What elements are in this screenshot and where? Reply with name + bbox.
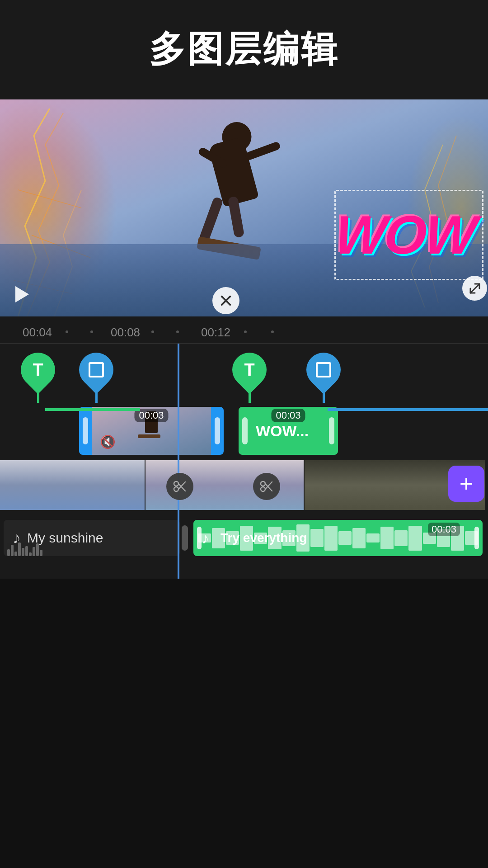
mute-icon: 🔇 [100,434,116,449]
clip-handle-right-1[interactable] [215,417,220,444]
time-dot-2 [90,330,93,333]
bg-video-track [0,460,488,510]
svg-point-5 [174,487,178,491]
text-track-line-1 [45,408,140,411]
playhead [178,344,179,579]
scissors-icon-1 [173,479,187,494]
track-container: T T [0,344,488,579]
bottom-area [0,579,488,683]
clip-handle-right-2[interactable] [329,417,334,444]
scissors-icon-2 [259,479,274,494]
timeline: 00:04 00:08 00:12 T [0,316,488,579]
sk-leg-left [199,196,224,242]
cut-button-2[interactable] [253,473,280,500]
clip-content-2: WOW... 00:03 [251,407,325,455]
play-icon [15,286,29,302]
audio-track-right[interactable]: ♪ Try everything 00:03 [193,520,483,556]
wow-clip[interactable]: WOW... 00:03 [239,407,338,455]
audio-track-left[interactable]: ♪ My sunshine [4,520,180,556]
time-ruler: 00:04 00:08 00:12 [0,316,488,344]
clip-handle-left-2[interactable] [242,417,248,444]
time-mark-8: 00:08 [111,326,140,340]
audio-title-right: Try everything [221,531,307,545]
time-dot-3 [151,330,154,333]
waveform-left [4,538,180,556]
audio-duration-right: 00:03 [428,523,460,536]
time-dot-6 [271,330,274,333]
add-icon: + [460,470,473,497]
audio-handle-right[interactable] [474,527,479,549]
audio-track-row: ♪ My sunshine [0,516,488,560]
music-icon-right: ♪ [202,529,209,547]
time-mark-12: 00:12 [201,326,230,340]
clip-handle-left-1[interactable] [83,417,88,444]
bg-thumb-1 [0,460,145,510]
text-pin-1[interactable]: T [21,353,55,403]
play-button[interactable] [11,283,33,306]
resize-handle[interactable] [462,276,487,301]
svg-point-4 [174,481,178,486]
svg-point-8 [261,481,265,486]
time-mark-4: 00:04 [23,326,52,340]
time-dot-4 [176,330,179,333]
clip-content-1: 🔇 00:03 [92,407,211,455]
page-title: 多图层编辑 [149,25,339,74]
sk-leg-right [228,196,244,238]
time-dot-1 [66,330,68,333]
time-dot-5 [244,330,247,333]
resize-icon [468,282,482,295]
audio-separator [182,525,188,551]
clip-duration-2: 00:03 [271,409,305,422]
close-button[interactable] [212,287,239,314]
svg-point-9 [261,487,265,491]
svg-line-3 [470,284,479,293]
cut-button-1[interactable] [166,473,193,500]
header: 多图层编辑 [0,0,488,99]
wow-clip-text: WOW... [251,422,313,440]
sticker-track-line-2 [328,408,488,411]
add-media-button[interactable]: + [448,466,484,502]
video-preview: WOW [0,99,488,316]
sticker-pin-1[interactable] [79,353,113,403]
text-pin-2[interactable]: T [232,353,267,403]
video-clip-1[interactable]: 🔇 00:03 [79,407,224,455]
sk-arm-right [244,141,281,161]
sticker-pin-2[interactable] [306,353,341,403]
wow-text-element[interactable]: WOW [333,203,477,266]
